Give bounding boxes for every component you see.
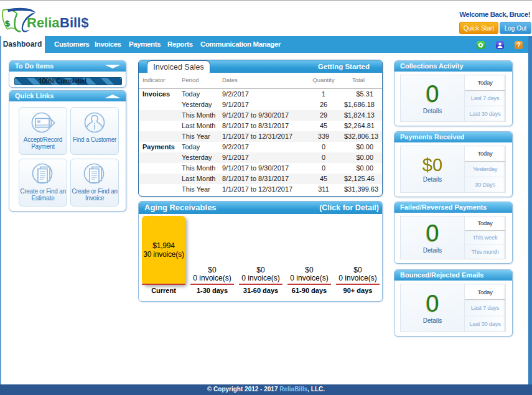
svg-text:Bill$: Bill$	[60, 15, 88, 30]
svg-text:$: $	[4, 19, 11, 29]
svg-text:Relia: Relia	[27, 15, 60, 30]
svg-text:?: ?	[516, 42, 520, 49]
